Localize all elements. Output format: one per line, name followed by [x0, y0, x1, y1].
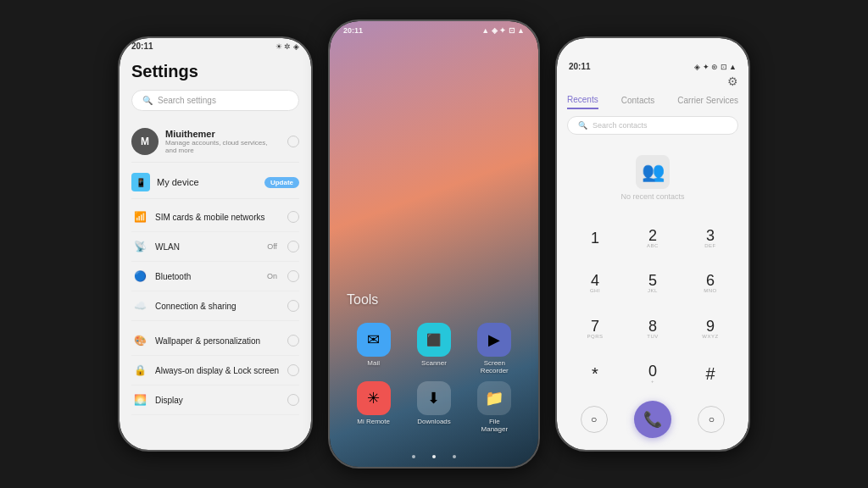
wlan-label: WLAN [155, 242, 260, 252]
mail-icon: ✉ [357, 323, 391, 357]
dial-star[interactable]: * [567, 352, 623, 396]
status-bar-1: 20:11 ☀ ✲ ◈ [120, 38, 311, 54]
dial-0[interactable]: 0 + [625, 352, 681, 396]
files-label: FileManager [481, 418, 509, 433]
device-icon: 📱 [131, 173, 150, 191]
time-1: 20:11 [131, 42, 153, 51]
phone-settings: 20:11 ☀ ✲ ◈ Settings 🔍 Search settings M… [118, 36, 313, 452]
display-label: Display [155, 396, 281, 405]
app-grid: ✉ Mail ⬛ Scanner ▶ ScreenRecorder ✳ Mi R… [330, 316, 538, 446]
recorder-label: ScreenRecorder [481, 359, 509, 374]
tab-contacts[interactable]: Contacts [621, 92, 654, 108]
voicemail-button[interactable]: ○ [698, 406, 725, 433]
folder-label: Tools [347, 292, 521, 308]
connection-icon: ☁️ [131, 297, 148, 314]
avatar: M [131, 128, 159, 155]
lock-icon: 🔒 [131, 362, 148, 379]
wlan-icon: 📡 [131, 238, 148, 255]
tab-recents[interactable]: Recents [567, 92, 598, 109]
sim-label: SIM cards & mobile networks [155, 213, 281, 222]
home-status-icons: ▲ ◈ ✦ ⊡ ▲ [481, 26, 525, 35]
nav-back[interactable] [412, 455, 415, 458]
search-placeholder: Search settings [158, 96, 216, 105]
no-contacts-text: No recent contacts [620, 192, 684, 201]
scanner-label: Scanner [421, 359, 447, 367]
dial-2[interactable]: 2 ABC [625, 216, 681, 260]
home-nav [330, 446, 538, 467]
dial-8[interactable]: 8 TUV [625, 307, 681, 351]
app-remote[interactable]: ✳ Mi Remote [347, 381, 400, 433]
nav-recents[interactable] [453, 455, 456, 458]
settings-content: Settings 🔍 Search settings M Miuithemer … [120, 38, 311, 450]
gear-icon[interactable]: ⚙ [727, 75, 738, 88]
dialer-actions: ○ 📞 ○ [567, 396, 738, 441]
settings-item-sim[interactable]: 📶 SIM cards & mobile networks [131, 202, 299, 232]
settings-item-wlan[interactable]: 📡 WLAN Off [131, 232, 299, 262]
device-row[interactable]: 📱 My device Update [131, 166, 299, 199]
sim-icon: 📶 [131, 208, 148, 225]
recorder-icon: ▶ [477, 323, 511, 357]
account-desc: Manage accounts, cloud services, and mor… [165, 139, 281, 154]
search-icon: 🔍 [142, 96, 153, 105]
settings-search-box[interactable]: 🔍 Search settings [131, 90, 299, 111]
dial-1[interactable]: 1 [567, 216, 623, 260]
wlan-chevron [287, 241, 299, 252]
phone-dialer: 20:11 ◈ ✦ ⊛ ⊡ ▲ ⚙ Recents Contacts Carri… [555, 36, 750, 452]
settings-item-bluetooth[interactable]: 🔵 Bluetooth On [131, 262, 299, 291]
app-mail[interactable]: ✉ Mail [347, 323, 400, 374]
scanner-icon: ⬛ [417, 323, 451, 357]
settings-item-display[interactable]: 🌅 Display [131, 385, 299, 415]
dialer-screen: 20:11 ◈ ✦ ⊛ ⊡ ▲ ⚙ Recents Contacts Carri… [557, 38, 748, 450]
dial-hash[interactable]: # [682, 352, 738, 396]
settings-item-lockscreen[interactable]: 🔒 Always-on display & Lock screen [131, 356, 299, 385]
dialer-time: 20:11 [569, 62, 591, 71]
account-row[interactable]: M Miuithemer Manage accounts, cloud serv… [131, 121, 299, 163]
wlan-value: Off [267, 242, 277, 251]
account-name: Miuithemer [165, 129, 281, 139]
wallpaper-label: Wallpaper & personalization [155, 336, 281, 346]
nav-home[interactable] [432, 455, 436, 458]
bluetooth-value: On [267, 272, 277, 280]
lock-chevron [287, 364, 299, 376]
connection-label: Connection & sharing [155, 302, 281, 311]
dialer-tabs: Recents Contacts Carrier Services [567, 92, 738, 109]
dial-5[interactable]: 5 JKL [625, 262, 681, 306]
wallpaper-icon: 🎨 [131, 332, 148, 349]
account-info: Miuithemer Manage accounts, cloud servic… [165, 129, 281, 154]
dialpad: 1 2 ABC 3 DEF 4 GHI 5 JKL [567, 216, 738, 396]
app-files[interactable]: 📁 FileManager [468, 381, 521, 433]
settings-screen: 20:11 ☀ ✲ ◈ Settings 🔍 Search settings M… [120, 38, 311, 450]
settings-item-wallpaper[interactable]: 🎨 Wallpaper & personalization [131, 326, 299, 356]
disp-chevron [287, 394, 299, 406]
phone-icon: 📞 [643, 410, 662, 429]
app-recorder[interactable]: ▶ ScreenRecorder [468, 323, 521, 374]
call-button[interactable]: 📞 [634, 401, 671, 438]
dial-4[interactable]: 4 GHI [567, 262, 623, 306]
home-background: 20:11 ▲ ◈ ✦ ⊡ ▲ Tools ✉ Mail ⬛ Scanner ▶… [330, 21, 538, 467]
bluetooth-icon: 🔵 [131, 268, 148, 285]
status-icons-1: ☀ ✲ ◈ [275, 42, 299, 51]
dial-9[interactable]: 9 WXYZ [682, 307, 738, 351]
delete-icon: ○ [591, 413, 597, 425]
remote-label: Mi Remote [357, 418, 390, 425]
tab-carrier-services[interactable]: Carrier Services [677, 92, 738, 108]
update-badge[interactable]: Update [264, 177, 299, 188]
phone-home: 20:11 ▲ ◈ ✦ ⊡ ▲ Tools ✉ Mail ⬛ Scanner ▶… [328, 19, 540, 469]
dial-3[interactable]: 3 DEF [682, 216, 738, 260]
dialer-search-placeholder: Search contacts [593, 121, 648, 130]
app-downloads[interactable]: ⬇ Downloads [407, 381, 460, 433]
sim-chevron [287, 211, 299, 223]
conn-chevron [287, 300, 299, 312]
dialer-search-box[interactable]: 🔍 Search contacts [567, 116, 738, 135]
delete-button[interactable]: ○ [581, 406, 608, 433]
settings-item-connection[interactable]: ☁️ Connection & sharing [131, 291, 299, 321]
wp-chevron [287, 335, 299, 347]
app-scanner[interactable]: ⬛ Scanner [407, 323, 460, 374]
voicemail-icon: ○ [709, 413, 715, 425]
files-icon: 📁 [477, 381, 511, 415]
dial-7[interactable]: 7 PQRS [567, 307, 623, 351]
dial-6[interactable]: 6 MNO [682, 262, 738, 306]
mail-label: Mail [367, 359, 380, 367]
contacts-icon: 👥 [636, 155, 670, 189]
no-contacts: 👥 No recent contacts [567, 143, 738, 213]
